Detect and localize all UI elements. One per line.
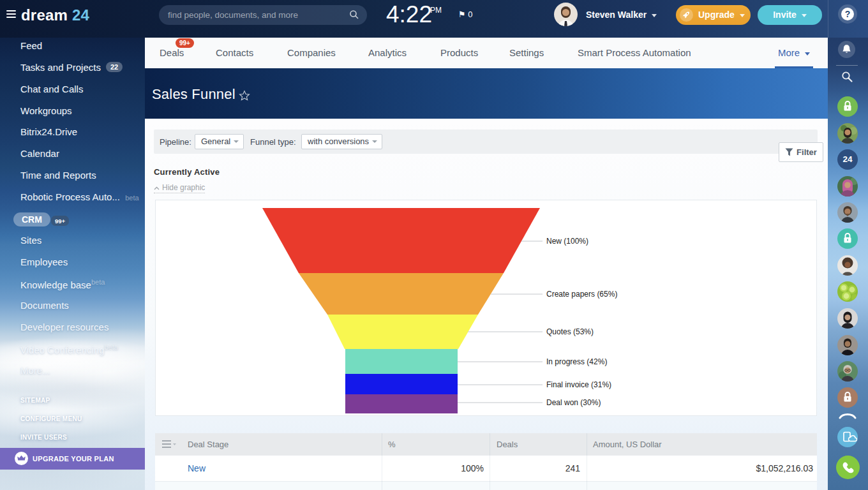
svg-text:In progress (42%): In progress (42%) [546, 357, 607, 366]
svg-text:New (100%): New (100%) [546, 237, 588, 246]
svg-text:Quotes (53%): Quotes (53%) [546, 327, 594, 336]
svg-text:Create papers (65%): Create papers (65%) [546, 290, 617, 299]
svg-text:Deal won (30%): Deal won (30%) [546, 398, 601, 407]
svg-text:Final invoice (31%): Final invoice (31%) [546, 380, 611, 389]
